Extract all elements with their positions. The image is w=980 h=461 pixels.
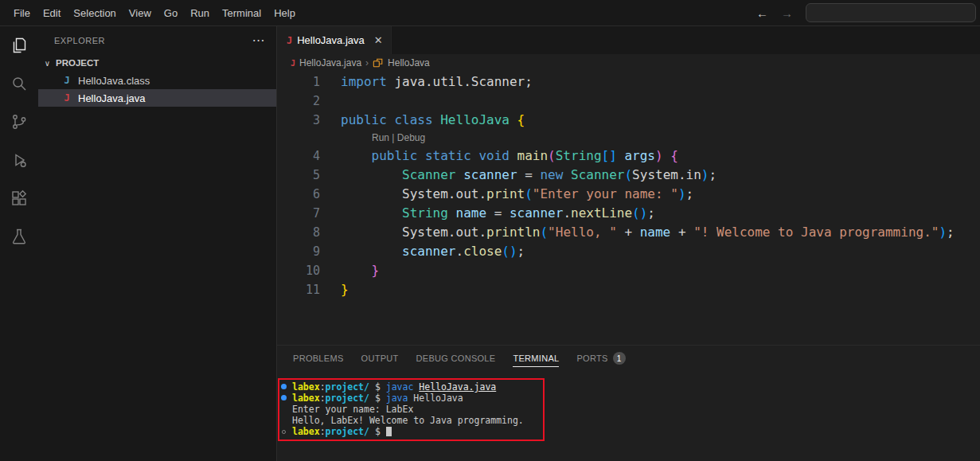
file-name: HelloJava.java [78,92,146,104]
code-line-3[interactable]: 3public class HelloJava { [277,111,980,130]
panel-tab-label: PROBLEMS [293,354,344,363]
back-icon[interactable]: ← [756,6,768,20]
breadcrumb: J HelloJava.java › HelloJava [277,54,980,72]
line-number: 6 [277,185,341,204]
chevron-down-icon: ∨ [41,59,53,68]
annotation-box: labex:project/ $ javac HelloJava.javalab… [278,378,545,441]
code-line-10[interactable]: 10 } [277,261,980,280]
line-number: 11 [277,280,341,299]
menu-file[interactable]: File [7,6,37,21]
extensions-icon[interactable] [0,179,38,217]
terminal-line: Enter your name: LabEx [281,404,524,415]
command-center-search[interactable] [806,3,976,22]
code-line-5[interactable]: 5 Scanner scanner = new Scanner(System.i… [277,166,980,185]
code-line-4[interactable]: 4 public static void main(String[] args)… [277,147,980,166]
more-actions-icon[interactable]: ⋯ [252,33,266,48]
line-number: 3 [277,111,341,130]
tab-hellojava-java[interactable]: J HelloJava.java ✕ [277,26,392,54]
menu-run[interactable]: Run [184,6,216,21]
terminal-cursor [386,427,392,436]
code-editor[interactable]: 1import java.util.Scanner;23public class… [277,72,980,345]
breadcrumb-symbol[interactable]: HelloJava [388,57,430,68]
panel-tab-terminal[interactable]: TERMINAL [513,346,559,371]
code-line-2[interactable]: 2 [277,92,980,111]
editor-group: J HelloJava.java ✕ J HelloJava.java › He… [277,26,980,461]
panel-tab-label: TERMINAL [513,354,559,363]
file-name: HelloJava.class [78,75,150,87]
class-symbol-icon [373,57,384,68]
line-number: 5 [277,166,341,185]
terminal[interactable]: labex:project/ $ javac HelloJava.javalab… [277,371,980,461]
terminal-line: labex:project/ $ javac HelloJava.java [281,381,524,393]
line-number: 2 [277,92,341,111]
code-line-7[interactable]: 7 String name = scanner.nextLine(); [277,204,980,223]
panel-tab-ports[interactable]: PORTS1 [576,346,625,371]
tab-label: HelloJava.java [297,34,365,46]
java-file-icon: J [287,35,292,46]
panel-tab-debug-console[interactable]: DEBUG CONSOLE [416,346,496,371]
menu-edit[interactable]: Edit [37,6,67,21]
project-folder-row[interactable]: ∨ PROJECT [38,54,276,72]
forward-icon[interactable]: → [781,6,793,20]
code-line-9[interactable]: 9 scanner.close(); [277,242,980,261]
command-success-dot-icon [281,395,287,400]
code-line-11[interactable]: 11} [277,280,980,299]
line-number: 7 [277,204,341,223]
menu-selection[interactable]: Selection [67,6,122,21]
activity-bar [0,26,38,461]
explorer-icon[interactable] [0,26,38,64]
close-icon[interactable]: ✕ [374,34,383,46]
ports-badge: 1 [613,352,626,365]
menu-go[interactable]: Go [158,6,184,21]
command-pending-dot-icon [282,430,286,434]
code-line-6[interactable]: 6 System.out.print("Enter your name: "); [277,185,980,204]
menu-help[interactable]: Help [267,6,302,21]
line-number: 8 [277,223,341,242]
menu-bar-items: FileEditSelectionViewGoRunTerminalHelp [7,6,302,21]
menu-view[interactable]: View [123,6,158,21]
explorer-sidebar: EXPLORER ⋯ ∨ PROJECT JHelloJava.classJHe… [38,26,277,461]
title-bar: FileEditSelectionViewGoRunTerminalHelp ←… [0,0,980,26]
bottom-panel: PROBLEMSOUTPUTDEBUG CONSOLETERMINALPORTS… [277,345,980,461]
panel-tab-label: DEBUG CONSOLE [416,354,496,363]
codelens: Run | Debug [277,130,980,147]
terminal-line: Hello, LabEx! Welcome to Java programmin… [281,415,524,426]
file-hellojava-class[interactable]: JHelloJava.class [38,72,276,89]
command-success-dot-icon [281,384,287,389]
panel-tabs: PROBLEMSOUTPUTDEBUG CONSOLETERMINALPORTS… [277,346,980,371]
search-icon[interactable] [0,64,38,103]
java-file-icon: J [291,59,295,68]
code-line-8[interactable]: 8 System.out.println("Hello, " + name + … [277,223,980,242]
line-number: 9 [277,242,341,261]
terminal-line: labex:project/ $ [281,426,524,437]
panel-tab-output[interactable]: OUTPUT [361,346,399,371]
explorer-title: EXPLORER [54,36,105,45]
line-number: 1 [277,72,341,92]
terminal-file-link[interactable]: HelloJava.java [419,381,496,393]
breadcrumb-separator-icon: › [365,57,369,68]
tab-bar: J HelloJava.java ✕ [277,26,980,54]
terminal-lines: labex:project/ $ javac HelloJava.javalab… [281,381,524,437]
java-file-icon: J [61,75,72,86]
project-folder-label: PROJECT [56,58,99,68]
breadcrumb-file[interactable]: HelloJava.java [299,57,361,68]
run-debug-icon[interactable] [0,141,38,179]
code-line-1[interactable]: 1import java.util.Scanner; [277,72,980,92]
codelens-debug-link[interactable]: Debug [397,132,425,143]
source-control-icon[interactable] [0,103,38,141]
codelens-separator: | [389,132,397,143]
testing-icon[interactable] [0,217,38,256]
codelens-run-link[interactable]: Run [372,132,389,143]
line-number: 4 [277,147,341,166]
java-file-icon: J [61,92,72,104]
file-hellojava-java[interactable]: JHelloJava.java [38,89,276,107]
terminal-line: labex:project/ $ java HelloJava [281,393,524,404]
panel-tab-label: PORTS [576,354,607,363]
sidebar-header: EXPLORER ⋯ [38,26,276,54]
panel-tab-label: OUTPUT [361,354,399,363]
line-number: 10 [277,261,341,280]
menu-terminal[interactable]: Terminal [216,6,267,21]
code-lines: 1import java.util.Scanner;23public class… [277,72,980,299]
file-list: JHelloJava.classJHelloJava.java [38,72,276,107]
panel-tab-problems[interactable]: PROBLEMS [293,346,344,371]
